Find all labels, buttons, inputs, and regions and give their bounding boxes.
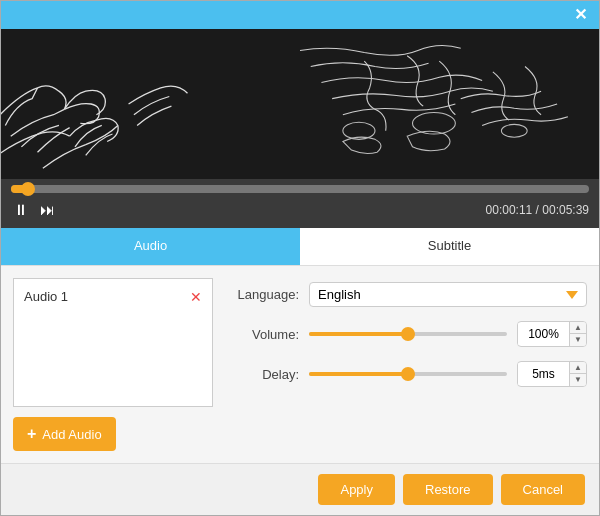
tab-subtitle[interactable]: Subtitle	[300, 228, 599, 265]
title-bar: ✕	[1, 1, 599, 29]
delay-slider-container	[309, 364, 507, 384]
language-row: Language: English French German Spanish …	[229, 282, 587, 307]
video-area	[1, 29, 599, 179]
volume-slider-container	[309, 324, 507, 344]
add-audio-label: Add Audio	[42, 427, 101, 442]
delay-slider-thumb[interactable]	[401, 367, 415, 381]
delay-input[interactable]	[518, 363, 569, 385]
content-area: Audio 1 ✕ + Add Audio Language: English …	[1, 266, 599, 463]
main-dialog: ✕	[0, 0, 600, 516]
remove-audio-button[interactable]: ✕	[190, 290, 202, 304]
apply-button[interactable]: Apply	[318, 474, 395, 505]
add-audio-button[interactable]: + Add Audio	[13, 417, 116, 451]
delay-spinner: ▲ ▼	[517, 361, 587, 387]
volume-label: Volume:	[229, 327, 299, 342]
volume-slider-thumb[interactable]	[401, 327, 415, 341]
delay-label: Delay:	[229, 367, 299, 382]
delay-slider-track[interactable]	[309, 372, 507, 376]
left-panel: Audio 1 ✕ + Add Audio	[13, 278, 213, 451]
forward-button[interactable]: ⏭	[38, 199, 57, 220]
volume-arrows: ▲ ▼	[569, 322, 586, 346]
audio-item-name: Audio 1	[24, 289, 68, 304]
delay-down-button[interactable]: ▼	[570, 374, 586, 386]
delay-up-button[interactable]: ▲	[570, 362, 586, 374]
volume-spinner: ▲ ▼	[517, 321, 587, 347]
tabs-container: Audio Subtitle	[1, 228, 599, 266]
audio-item: Audio 1 ✕	[20, 285, 206, 308]
close-button[interactable]: ✕	[570, 5, 591, 25]
cancel-button[interactable]: Cancel	[501, 474, 585, 505]
delay-row: Delay: ▲ ▼	[229, 361, 587, 387]
video-thumbnail	[1, 29, 599, 179]
volume-row: Volume: ▲ ▼	[229, 321, 587, 347]
pause-button[interactable]: ⏸	[11, 199, 30, 220]
audio-list: Audio 1 ✕	[13, 278, 213, 407]
progress-track[interactable]	[11, 185, 589, 193]
total-time: 00:05:39	[542, 203, 589, 217]
delay-slider-fill	[309, 372, 408, 376]
play-buttons: ⏸ ⏭	[11, 199, 57, 220]
footer: Apply Restore Cancel	[1, 463, 599, 515]
tab-audio[interactable]: Audio	[1, 228, 300, 265]
language-label: Language:	[229, 287, 299, 302]
playback-controls: ⏸ ⏭ 00:00:11 / 00:05:39	[11, 199, 589, 220]
language-select[interactable]: English French German Spanish Japanese C…	[309, 282, 587, 307]
plus-icon: +	[27, 426, 36, 442]
playback-bar: ⏸ ⏭ 00:00:11 / 00:05:39	[1, 179, 599, 228]
volume-up-button[interactable]: ▲	[570, 322, 586, 334]
time-display: 00:00:11 / 00:05:39	[486, 203, 589, 217]
volume-input[interactable]	[518, 323, 569, 345]
progress-thumb[interactable]	[21, 182, 35, 196]
delay-arrows: ▲ ▼	[569, 362, 586, 386]
volume-slider-track[interactable]	[309, 332, 507, 336]
volume-slider-fill	[309, 332, 408, 336]
right-panel: Language: English French German Spanish …	[229, 278, 587, 451]
restore-button[interactable]: Restore	[403, 474, 493, 505]
current-time: 00:00:11	[486, 203, 533, 217]
volume-down-button[interactable]: ▼	[570, 334, 586, 346]
